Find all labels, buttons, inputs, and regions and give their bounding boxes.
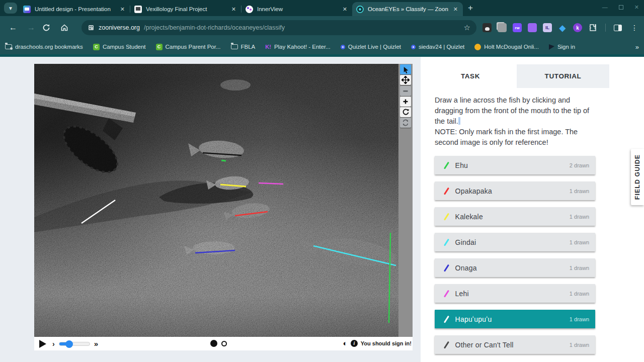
play-button[interactable]	[39, 340, 46, 348]
browser-tab-1[interactable]: Untitled design - Presentation ✕	[19, 2, 130, 16]
instruction-note: NOTE: Only mark fish in the first image.…	[435, 127, 596, 148]
bookmark-quizlet-live[interactable]: Quizlet Live | Quizlet	[341, 44, 401, 50]
tab-close-icon[interactable]: ✕	[452, 6, 459, 13]
bookmark-quizlet-siedav[interactable]: siedav24 | Quizlet	[411, 44, 464, 50]
window-close-icon[interactable]: ✕	[634, 4, 639, 11]
reload-icon[interactable]	[42, 24, 56, 32]
extension-stack-icon[interactable]	[498, 23, 507, 32]
new-tab-button[interactable]: +	[468, 3, 473, 13]
frame-dot-current[interactable]	[210, 340, 217, 347]
bookmarks-overflow-chevron[interactable]: »	[635, 43, 639, 51]
line-swatch-icon	[444, 290, 449, 297]
invert-colors-icon[interactable]: ◐	[343, 339, 348, 347]
extension-purple-icon[interactable]	[528, 23, 537, 32]
species-button-lehi[interactable]: Lehi 1 drawn	[435, 284, 595, 303]
annotation-line-gindai[interactable]	[313, 246, 396, 265]
bookmark-label: siedav24 | Quizlet	[419, 44, 464, 50]
species-button-ehu[interactable]: Ehu 2 drawn	[435, 156, 595, 174]
bookmark-star-icon[interactable]: ☆	[464, 23, 470, 32]
home-icon[interactable]	[60, 24, 74, 32]
subject-viewer[interactable]	[34, 64, 413, 337]
tab-search-button[interactable]: ▼	[4, 3, 17, 14]
back-icon[interactable]: ←	[6, 23, 20, 32]
species-button-onaga[interactable]: Onaga 1 drawn	[435, 258, 595, 277]
browser-tab-3[interactable]: InnerView ✕	[242, 2, 352, 16]
tab-close-icon[interactable]: ✕	[119, 6, 126, 13]
species-button-kalekale[interactable]: Kalekale 1 drawn	[435, 207, 595, 226]
window-controls: — ✕	[602, 4, 639, 11]
step-forward-icon[interactable]: ›	[52, 340, 55, 348]
subject-image[interactable]	[34, 64, 398, 337]
field-guide-tab[interactable]: FIELD GUIDE	[631, 149, 644, 205]
forward-icon[interactable]: →	[24, 23, 38, 32]
bookmark-holt[interactable]: Holt McDougal Onli...	[474, 44, 539, 50]
extension-diamond-icon[interactable]	[558, 23, 567, 32]
bookmark-folder-draschools[interactable]: draschools.org bookmarks	[5, 44, 83, 50]
species-name: Gindai	[455, 238, 570, 246]
toolbar-divider	[605, 24, 606, 32]
line-swatch-icon	[444, 264, 449, 272]
side-panel-icon[interactable]	[614, 25, 622, 31]
maximize-icon[interactable]	[619, 5, 623, 10]
species-button-opakapaka[interactable]: Opakapaka 1 drawn	[435, 182, 595, 200]
playback-slider[interactable]	[59, 342, 90, 346]
browser-menu-icon[interactable]: ⋮	[631, 24, 638, 32]
tab-close-icon[interactable]: ✕	[342, 6, 348, 13]
fast-forward-icon[interactable]: »	[94, 339, 97, 348]
bookmarks-bar: draschools.org bookmarks C Campus Studen…	[0, 39, 644, 54]
annotation-line-opakapaka[interactable]	[235, 212, 268, 216]
quizlet-icon	[411, 45, 416, 49]
browser-tab-2[interactable]: Vexillology Final Project ✕	[130, 2, 241, 16]
species-name: Opakapaka	[455, 187, 570, 195]
reset-view-button[interactable]	[400, 118, 411, 128]
info-icon[interactable]: i	[351, 340, 358, 347]
bookmark-kahoot[interactable]: K! Play Kahoot! - Enter...	[265, 44, 330, 50]
tab-tutorial[interactable]: TUTORIAL	[517, 64, 609, 88]
bookmark-signin[interactable]: Sign in	[549, 44, 575, 50]
bookmark-label: Quizlet Live | Quizlet	[348, 44, 401, 50]
cursor-tool-button[interactable]	[400, 64, 411, 74]
tab-title: Vexillology Final Project	[146, 6, 226, 12]
annotation-line-hapu-upu-u[interactable]	[82, 200, 115, 223]
frame-dot-next[interactable]	[221, 341, 227, 346]
annotation-line-other-or-can-t-tell[interactable]	[203, 153, 242, 155]
extension-readwrite-icon[interactable]: rw	[513, 23, 522, 32]
extension-il-icon[interactable]: IL	[543, 23, 552, 32]
bookmark-folder-fbla[interactable]: FBLA	[231, 44, 256, 50]
viewer-meta-controls: ◐ i You should sign in!	[343, 339, 412, 347]
zooniverse-icon	[356, 6, 364, 13]
extensions-puzzle-icon[interactable]	[588, 23, 597, 32]
annotation-line-ehu[interactable]	[389, 233, 390, 323]
species-button-gindai[interactable]: Gindai 1 drawn	[435, 233, 595, 251]
pan-tool-button[interactable]	[400, 75, 411, 85]
species-name: Hapuʻupuʻu	[455, 315, 570, 323]
species-count: 2 drawn	[570, 162, 589, 168]
bookmark-campus-parent[interactable]: C Campus Parent Por...	[156, 44, 221, 50]
slider-thumb[interactable]	[65, 340, 73, 348]
frame-indicator	[210, 340, 227, 347]
annotation-line-kalekale[interactable]	[220, 185, 246, 187]
line-swatch-icon	[444, 187, 449, 195]
folder-gear-icon	[5, 44, 12, 49]
annotation-line-onaga[interactable]	[195, 250, 235, 253]
tab-close-icon[interactable]: ✕	[230, 6, 237, 13]
extension-panda-icon[interactable]	[482, 23, 492, 32]
extension-kami-icon[interactable]: k	[573, 23, 582, 32]
tab-task[interactable]: TASK	[424, 64, 517, 88]
minimize-icon[interactable]: —	[602, 4, 608, 11]
bookmark-campus-student[interactable]: C Campus Student	[93, 44, 146, 50]
annotation-line-lehi[interactable]	[259, 183, 283, 184]
bookmark-label: Play Kahoot! - Enter...	[274, 44, 331, 50]
site-info-icon[interactable]	[88, 24, 95, 31]
zoom-in-button[interactable]	[400, 97, 411, 107]
browser-tab-active[interactable]: OceanEYEs » Classify — Zooni ✕	[352, 2, 463, 16]
annotation-line-ehu[interactable]	[221, 160, 226, 161]
species-button-other[interactable]: Other or Can't Tell 1 drawn	[435, 335, 595, 354]
species-button-hapuupuu[interactable]: Hapuʻupuʻu 1 drawn	[435, 310, 595, 328]
line-swatch-icon	[444, 341, 449, 348]
rotate-tool-button[interactable]	[400, 107, 411, 117]
browser-tab-strip: ▼ Untitled design - Presentation ✕ Vexil…	[0, 0, 644, 16]
line-swatch-icon	[444, 161, 449, 169]
zoom-out-button[interactable]	[400, 86, 411, 96]
address-bar[interactable]: zooniverse.org /projects/benjamin-dot-ri…	[82, 20, 476, 35]
